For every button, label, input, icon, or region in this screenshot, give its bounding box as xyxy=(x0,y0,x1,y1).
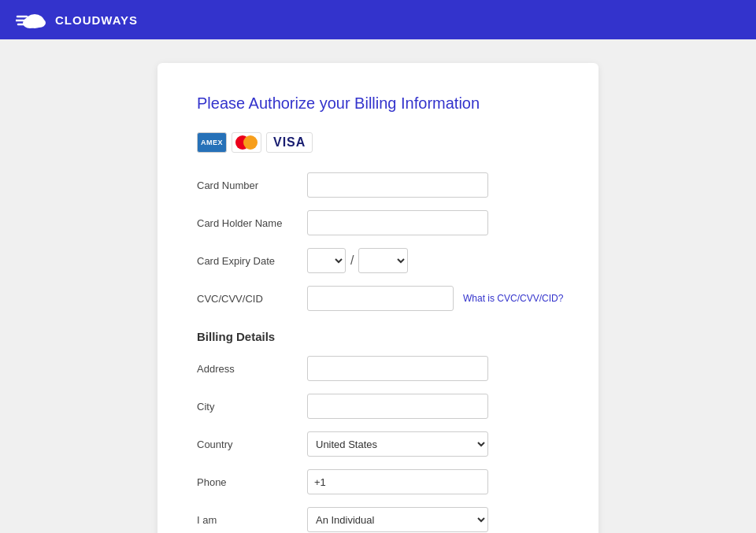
card-number-input[interactable] xyxy=(307,172,488,198)
i-am-select[interactable]: An Individual A Company xyxy=(307,507,488,532)
country-select[interactable]: United States United Kingdom Canada Aust… xyxy=(307,431,488,457)
card-expiry-label: Card Expiry Date xyxy=(197,255,307,267)
card-expiry-row: Card Expiry Date 01020304 05060708 09101… xyxy=(197,248,559,273)
country-row: Country United States United Kingdom Can… xyxy=(197,431,559,457)
expiry-selects: 01020304 05060708 09101112 / 20242025202… xyxy=(307,248,408,273)
header: CLOUDWAYS xyxy=(0,0,756,39)
city-label: City xyxy=(197,401,307,413)
visa-icon: VISA xyxy=(266,132,313,153)
city-row: City xyxy=(197,394,559,419)
country-label: Country xyxy=(197,439,307,450)
card-holder-input[interactable] xyxy=(307,210,488,235)
phone-row: Phone xyxy=(197,469,559,494)
card-number-label: Card Number xyxy=(197,180,307,191)
mc-circle-right xyxy=(243,135,258,150)
expiry-year-select[interactable]: 2024202520262027 2028202920302031 203220… xyxy=(358,248,408,273)
cvc-help-link[interactable]: What is CVC/CVV/CID? xyxy=(463,293,563,304)
cvc-input[interactable] xyxy=(307,286,454,311)
i-am-row: I am An Individual A Company xyxy=(197,507,559,532)
address-input[interactable] xyxy=(307,356,488,381)
cvc-label: CVC/CVV/CID xyxy=(197,293,307,305)
expiry-separator: / xyxy=(350,254,354,268)
phone-input[interactable] xyxy=(307,469,488,494)
logo-container: CLOUDWAYS xyxy=(16,9,138,31)
cvc-field-container: What is CVC/CVV/CID? xyxy=(307,286,563,311)
billing-card: Please Authorize your Billing Informatio… xyxy=(158,63,598,533)
svg-point-2 xyxy=(33,18,46,28)
billing-section-title: Billing Details xyxy=(197,330,559,343)
address-row: Address xyxy=(197,356,559,381)
phone-label: Phone xyxy=(197,476,307,488)
card-holder-label: Card Holder Name xyxy=(197,217,307,229)
cloudways-logo-icon xyxy=(16,9,47,31)
expiry-month-select[interactable]: 01020304 05060708 09101112 xyxy=(307,248,346,273)
amex-icon: AMEX xyxy=(197,132,227,153)
i-am-label: I am xyxy=(197,514,307,526)
main-content: Please Authorize your Billing Informatio… xyxy=(0,39,756,533)
card-number-row: Card Number xyxy=(197,172,559,198)
mastercard-icon xyxy=(232,132,261,153)
address-label: Address xyxy=(197,363,307,375)
city-input[interactable] xyxy=(307,394,488,419)
cvc-row: CVC/CVV/CID What is CVC/CVV/CID? xyxy=(197,286,559,311)
logo-text: CLOUDWAYS xyxy=(55,13,138,27)
card-brands: AMEX VISA xyxy=(197,132,559,153)
page-title: Please Authorize your Billing Informatio… xyxy=(197,94,559,113)
card-holder-row: Card Holder Name xyxy=(197,210,559,235)
